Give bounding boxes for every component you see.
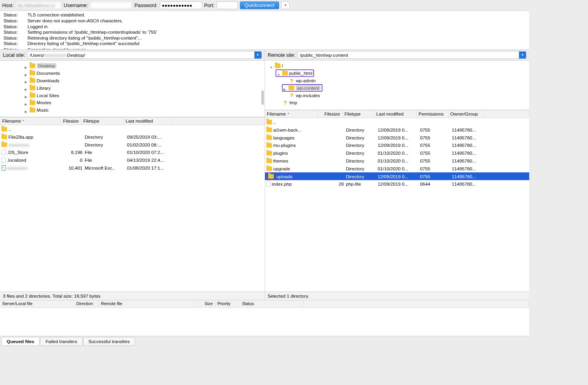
tree-item[interactable]: Desktop (0, 62, 265, 69)
col-direction[interactable]: Direction (74, 300, 99, 307)
folder-icon (266, 166, 272, 171)
log-message: Logged in (27, 24, 47, 30)
filename: languages (273, 135, 294, 140)
folder-icon (266, 120, 272, 125)
tree-item[interactable]: Music (0, 107, 265, 114)
list-item[interactable]: ai1wm-back...Directory12/09/2019 0...075… (265, 126, 529, 134)
log-message: Retrieving directory listing of "/public… (27, 35, 142, 41)
col-filetype[interactable]: Filetype (81, 117, 123, 125)
tree-wp-admin[interactable]: ? wp-admin (265, 77, 529, 84)
list-item[interactable]: pluginsDirectory01/10/2020 0...075511495… (265, 149, 529, 157)
local-tree[interactable]: DesktopDocumentsDownloadsLibraryLocal Si… (0, 61, 265, 117)
list-item[interactable]: .localized0File04/13/2019 22:4... (0, 156, 265, 164)
tree-root[interactable]: / (265, 62, 529, 69)
col-permissions[interactable]: Permissions (416, 110, 448, 118)
file-icon (2, 157, 6, 163)
host-label: Host: (2, 2, 13, 8)
list-item[interactable]: index.php28php-file12/09/2019 0...064411… (265, 180, 529, 188)
filename: xxxxxxxxx (7, 165, 28, 171)
excel-icon: x (2, 165, 6, 171)
col-lastmod[interactable]: Last modified (374, 110, 416, 118)
file-icon (266, 181, 270, 187)
folder-icon (30, 101, 35, 105)
log-label: Status: (4, 18, 20, 24)
folder-icon (266, 159, 272, 163)
col-lastmod[interactable]: Last modified (123, 117, 173, 125)
list-item[interactable]: upgradeDirectory01/10/2020 0...075511495… (265, 164, 529, 172)
chevron-right-icon[interactable] (283, 86, 287, 90)
list-item[interactable]: xxxxxxxxxDirectory01/02/2020 08:... (0, 141, 265, 148)
tree-wp-includes[interactable]: ? wp-includes (265, 92, 529, 99)
list-item[interactable]: themesDirectory01/10/2020 0...0755114957… (265, 157, 529, 165)
remote-file-list[interactable]: ..ai1wm-back...Directory12/09/2019 0...0… (265, 118, 529, 292)
col-server-file[interactable]: Server/Local file (0, 300, 74, 307)
folder-icon (2, 127, 7, 132)
password-input[interactable] (160, 2, 202, 9)
log-message: Directory listing of "/public_html/wp-co… (27, 41, 139, 47)
tree-label: Local Sites (37, 93, 59, 98)
log-label: Status: (4, 24, 20, 30)
dropdown-arrow-icon[interactable]: ▼ (519, 51, 526, 58)
list-item[interactable]: uploadsDirectory12/09/2019 0...075511495… (265, 172, 529, 180)
remote-site-path-input[interactable]: /public_html/wp-content ▼ (298, 51, 526, 59)
chevron-right-icon[interactable] (25, 86, 28, 90)
tree-tmp[interactable]: ? tmp (265, 99, 529, 107)
chevron-right-icon[interactable] (25, 64, 28, 67)
quickconnect-history-dropdown[interactable]: ▼ (281, 2, 290, 9)
col-filesize[interactable]: Filesize (318, 110, 342, 118)
col-filename[interactable]: Filename (265, 110, 318, 118)
tree-item[interactable]: Documents (0, 69, 265, 77)
col-owner[interactable]: Owner/Group (448, 110, 483, 118)
tree-item[interactable]: Library (0, 84, 265, 92)
tab-failed[interactable]: Failed transfers (40, 337, 83, 346)
col-priority[interactable]: Priority (215, 300, 240, 307)
tree-item[interactable]: Downloads (0, 77, 265, 84)
log-label: Status: (4, 29, 20, 35)
list-item[interactable]: .. (0, 125, 265, 133)
tree-item[interactable]: Local Sites (0, 92, 265, 99)
folder-icon (282, 71, 288, 76)
col-filetype[interactable]: Filetype (342, 110, 374, 118)
chevron-right-icon[interactable] (25, 94, 28, 97)
tree-item[interactable]: Movies (0, 99, 265, 107)
col-remote-file[interactable]: Remote file (99, 300, 198, 307)
filename: ai1wm-back... (273, 127, 301, 132)
tab-queued[interactable]: Queued files (2, 337, 40, 346)
list-item[interactable]: xxxxxxxxxx10,401Microsoft Exc..01/08/202… (0, 164, 265, 172)
tab-successful[interactable]: Successful transfers (83, 337, 135, 346)
list-item[interactable]: FileZilla.appDirectory09/25/2019 03:... (0, 133, 265, 141)
col-filename[interactable]: Filename (0, 117, 60, 125)
chevron-right-icon[interactable] (25, 101, 28, 105)
dropdown-arrow-icon[interactable]: ▼ (254, 51, 261, 58)
chevron-right-icon[interactable] (25, 108, 28, 112)
chevron-down-icon[interactable] (277, 71, 281, 75)
scrollbar[interactable] (261, 90, 263, 105)
col-size[interactable]: Size (198, 300, 215, 307)
folder-icon (266, 135, 272, 140)
chevron-right-icon[interactable] (25, 79, 28, 82)
list-item[interactable]: mu-pluginsDirectory12/09/2019 0...075511… (265, 141, 529, 149)
folder-icon (266, 151, 272, 155)
tree-public-html[interactable]: public_html (265, 69, 529, 77)
col-filesize[interactable]: Filesize (60, 117, 81, 125)
quickconnect-toolbar: Host: Username: Password: Port: Quickcon… (0, 0, 529, 11)
list-item[interactable]: .. (265, 118, 529, 126)
list-item[interactable]: languagesDirectory12/09/2019 0...0755114… (265, 134, 529, 141)
folder-icon (275, 63, 280, 68)
port-label: Port: (204, 2, 215, 8)
remote-tree[interactable]: / public_html ? wp-admin wp-content (265, 61, 529, 110)
tree-wp-content[interactable]: wp-content (265, 84, 529, 92)
col-status[interactable]: Status (240, 300, 303, 307)
transfer-queue[interactable] (0, 308, 529, 336)
local-site-path-input[interactable]: /Users/xxxxxxxxxxDesktop/ ▼ (27, 51, 261, 59)
chevron-right-icon[interactable] (25, 71, 28, 75)
quickconnect-button[interactable]: Quickconnect (240, 2, 279, 9)
host-input[interactable] (16, 2, 62, 9)
port-input[interactable] (217, 2, 238, 9)
local-file-list[interactable]: ..FileZilla.appDirectory09/25/2019 03:..… (0, 125, 265, 292)
list-item[interactable]: .DS_Store8,196File01/10/2020 07:2... (0, 148, 265, 156)
local-status: 3 files and 2 directories. Total size: 1… (0, 291, 265, 300)
filename: .. (273, 119, 276, 125)
username-input[interactable] (90, 2, 132, 9)
chevron-down-icon[interactable] (270, 64, 273, 67)
